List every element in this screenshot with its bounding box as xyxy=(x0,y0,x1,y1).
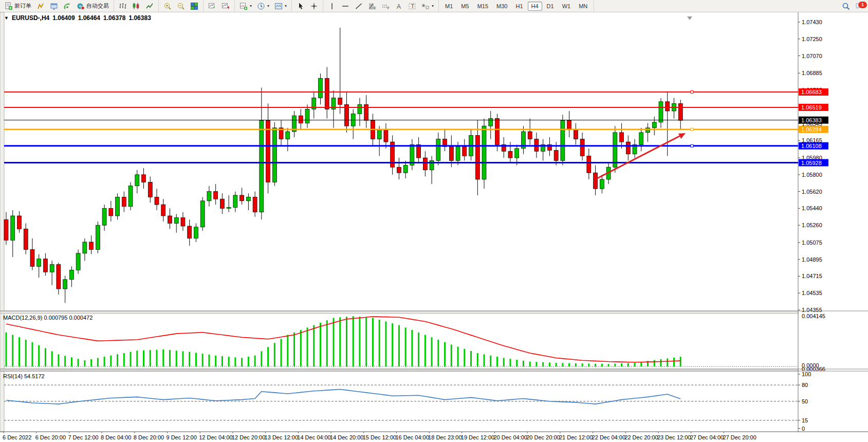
time-axis-label: 22 Dec 04:00 xyxy=(592,434,625,440)
notifications-button[interactable]: 1 xyxy=(853,1,865,12)
tf-w1-button[interactable]: W1 xyxy=(559,2,575,11)
candle-bull xyxy=(69,270,73,280)
candle-bear xyxy=(181,218,185,226)
candle-bear xyxy=(122,197,126,207)
time-axis-label: 22 Dec 20:00 xyxy=(624,434,658,440)
price-badge-label: 1.06683 xyxy=(801,89,822,95)
price-tick-label: 1.07070 xyxy=(802,53,822,59)
line-handle[interactable] xyxy=(691,91,693,94)
signals-button[interactable] xyxy=(61,1,73,12)
line-handle[interactable] xyxy=(691,144,693,147)
tf-m5-button[interactable]: M5 xyxy=(457,2,472,11)
pane-splitter[interactable] xyxy=(0,311,798,314)
shapes-button[interactable]: ▾ xyxy=(419,1,436,12)
candle-bull xyxy=(174,218,178,224)
vertical-line-button[interactable] xyxy=(326,1,338,12)
chart-canvas[interactable]: 1.074301.072501.070701.068851.067051.065… xyxy=(0,12,868,442)
indicators-button[interactable]: ▾ xyxy=(237,1,254,12)
equidistant-channel-button[interactable]: F xyxy=(379,1,392,12)
candle-bear xyxy=(475,135,479,179)
candle-bull xyxy=(456,146,460,160)
new-order-button[interactable]: 新订单 xyxy=(3,1,33,12)
zoom-out-button[interactable] xyxy=(175,1,187,12)
templates-button[interactable]: ▾ xyxy=(272,1,289,12)
candle-bear xyxy=(17,216,21,229)
candle-bull xyxy=(260,120,264,212)
price-badge-label: 1.06383 xyxy=(801,117,822,123)
candle-bull xyxy=(652,122,656,128)
candle-bull xyxy=(489,119,493,126)
crosshair-button[interactable] xyxy=(308,1,320,12)
candle-bull xyxy=(639,133,643,145)
charts-button[interactable] xyxy=(34,1,47,12)
candle-bull xyxy=(76,253,80,270)
fibonacci-button[interactable]: E xyxy=(366,1,378,12)
tf-h4-button[interactable]: H4 xyxy=(528,2,542,11)
candle-bear xyxy=(89,242,94,250)
time-axis-label: 13 Dec 12:00 xyxy=(265,434,298,440)
price-tick-label: 1.07250 xyxy=(802,36,822,42)
chart-symbol-period: EURUSD-,H4 xyxy=(12,14,49,22)
auto-trading-button[interactable]: 自动交易 xyxy=(75,1,111,12)
candle-bear xyxy=(325,78,329,109)
tf-m1-button[interactable]: M1 xyxy=(441,2,456,11)
dropdown-caret-icon[interactable]: ▾ xyxy=(432,4,434,8)
candlestick-button[interactable] xyxy=(130,1,142,12)
chart-collapse-icon[interactable]: ▼ xyxy=(4,15,9,21)
time-axis-label: 19 Dec 12:00 xyxy=(461,434,494,440)
chart-window: 1.074301.072501.070701.068851.067051.065… xyxy=(0,12,868,442)
price-tick-label: 1.05620 xyxy=(802,189,822,195)
chart-shift-button[interactable] xyxy=(219,1,232,12)
tf-m15-button[interactable]: M15 xyxy=(474,2,492,11)
candle-bull xyxy=(305,109,309,123)
line-handle[interactable] xyxy=(691,128,693,131)
time-axis-label: 12 Dec 20:00 xyxy=(232,434,265,440)
tf-h1-label: H1 xyxy=(515,3,523,9)
candle-bear xyxy=(495,119,500,145)
text-label-icon: T xyxy=(408,2,416,10)
terminal-icon xyxy=(50,2,58,10)
tile-windows-button[interactable] xyxy=(188,1,200,12)
tf-m15-label: M15 xyxy=(477,3,488,9)
indicators-icon xyxy=(239,2,248,10)
price-tick-label: 1.04535 xyxy=(802,290,822,296)
candle-bull xyxy=(227,208,231,209)
zoom-in-icon xyxy=(163,2,172,10)
auto-scroll-button[interactable] xyxy=(206,1,218,12)
candle-bull xyxy=(286,132,290,139)
tf-m30-button[interactable]: M30 xyxy=(493,2,511,11)
candle-bull xyxy=(246,197,250,201)
text-button[interactable]: A xyxy=(393,1,405,12)
tf-mn-button[interactable]: MN xyxy=(575,2,591,11)
auto-trading-label: 自动交易 xyxy=(86,2,109,10)
tf-mn-label: MN xyxy=(579,3,587,9)
bar-chart-button[interactable] xyxy=(117,1,129,12)
time-axis-label: 9 Dec 12:00 xyxy=(167,434,197,440)
cursor-button[interactable] xyxy=(294,1,307,12)
candle-bear xyxy=(449,146,453,160)
line-chart-button[interactable] xyxy=(143,1,156,12)
candle-bull xyxy=(50,265,54,272)
zoom-in-button[interactable] xyxy=(161,1,174,12)
candle-bull xyxy=(194,227,198,238)
signals-icon xyxy=(63,2,71,10)
terminal-button[interactable] xyxy=(48,1,60,12)
periods-button[interactable]: ▾ xyxy=(255,1,271,12)
candle-bull xyxy=(102,208,106,225)
tf-d1-button[interactable]: D1 xyxy=(543,2,558,11)
dropdown-caret-icon[interactable]: ▾ xyxy=(267,4,269,8)
horizontal-line-button[interactable] xyxy=(339,1,352,12)
pane-splitter[interactable] xyxy=(0,369,798,371)
text-label-button[interactable]: T xyxy=(406,1,418,12)
price-tick-label: 1.04715 xyxy=(802,273,822,279)
candle-bear xyxy=(253,197,257,212)
search-button[interactable] xyxy=(840,1,852,12)
tf-h1-button[interactable]: H1 xyxy=(512,2,526,11)
candle-bear xyxy=(4,219,8,240)
trendline-button[interactable] xyxy=(353,1,365,12)
dropdown-caret-icon[interactable]: ▾ xyxy=(285,4,287,8)
dropdown-caret-icon[interactable]: ▾ xyxy=(250,4,252,8)
crosshair-icon xyxy=(310,2,318,10)
toolbar-group: M1M5M15M30H1H4D1W1MN xyxy=(439,0,594,12)
candle-bear xyxy=(678,103,682,120)
